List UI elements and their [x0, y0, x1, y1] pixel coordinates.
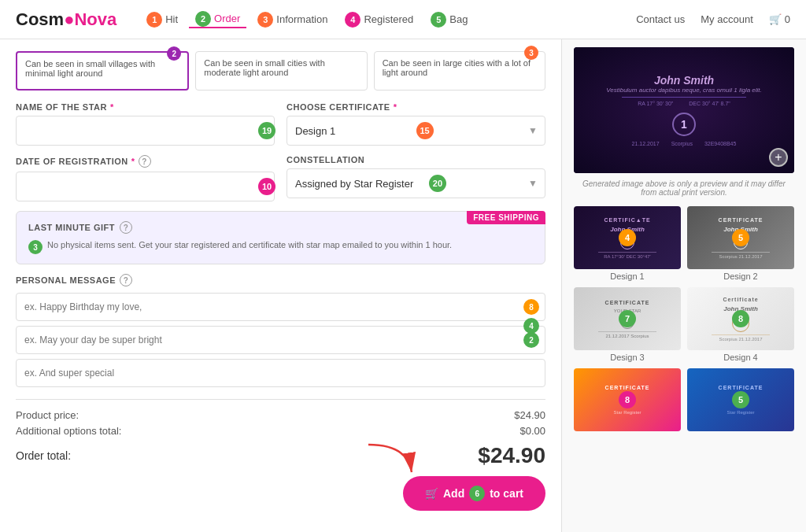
step-label-4: Registered: [364, 13, 413, 25]
msg-badge-1: 8: [523, 299, 539, 315]
preview-divider: [622, 97, 746, 98]
product-price-label: Product price:: [16, 409, 79, 421]
msg-input-2[interactable]: [16, 326, 545, 354]
step-badge-5: 5: [431, 12, 446, 28]
preview-name: John Smith: [606, 74, 762, 87]
constellation-select-wrapper: Assigned by Star Register ▼ 20: [287, 168, 545, 198]
product-price-row: Product price: $24.90: [16, 409, 545, 421]
cart-icon-btn: 🛒: [425, 487, 438, 500]
d5-details: Star Register: [613, 410, 641, 415]
design-3-label: Design 3: [574, 353, 681, 362]
certificate-label: CHOOSE CERTIFICATE *: [287, 102, 545, 112]
name-star-group: NAME OF THE STAR * 19: [16, 102, 275, 146]
gift-description: No physical items sent. Get your star re…: [47, 240, 452, 249]
d2-title: CERTIFICATE: [719, 217, 763, 223]
cart[interactable]: 🛒 0: [769, 13, 790, 25]
free-shipping-badge: FREE SHIPPING: [467, 211, 545, 224]
design-6-thumb: CERTIFICATE 5 Star Register 5: [687, 368, 794, 431]
design-1-thumb: CERTIFIC▲TE John Smith 4 RA 17°30' DEC 3…: [574, 206, 681, 269]
design-5-thumb: CERTIFICATE 8 Star Register 8: [574, 368, 681, 431]
product-price-value: $24.90: [514, 409, 545, 421]
step-bag[interactable]: 5 Bag: [424, 12, 474, 28]
vis-text-1: Can be seen in small villages with minim…: [25, 59, 155, 78]
vis-badge-1: 2: [167, 46, 181, 61]
design-5-badge: 8: [619, 391, 636, 408]
name-star-label: NAME OF THE STAR *: [16, 102, 275, 112]
step-badge-1: 1: [146, 12, 162, 28]
step-label-3: Information: [276, 13, 327, 25]
logo-dot: ●: [64, 9, 74, 30]
msg-badge-2b: 4: [523, 318, 539, 334]
preview-zoom-button[interactable]: +: [769, 148, 788, 167]
design-1-item[interactable]: CERTIFIC▲TE John Smith 4 RA 17°30' DEC 3…: [574, 206, 681, 281]
design-4-item[interactable]: Certificate John Smith ★ Scorpius 21.12.…: [687, 287, 794, 362]
main-container: 2 Can be seen in small villages with min…: [0, 39, 806, 532]
step-order[interactable]: 2 Order: [189, 11, 246, 28]
design-3-badge: 7: [619, 310, 636, 327]
visibility-box-1[interactable]: 2 Can be seen in small villages with min…: [16, 51, 189, 91]
visibility-box-2[interactable]: Can be seen in small cities with moderat…: [195, 51, 367, 91]
preview-circle: 1: [672, 113, 696, 136]
personal-msg-help-icon[interactable]: ?: [120, 274, 132, 286]
name-star-badge: 19: [258, 122, 275, 139]
design-4-thumb: Certificate John Smith ★ Scorpius 21.12.…: [687, 287, 794, 350]
d3-title: CERTIFICATE: [605, 300, 650, 305]
preview-subtitle: Vestibulum auctor dapibus neque, cras or…: [606, 87, 762, 94]
name-star-input[interactable]: [16, 116, 275, 146]
date-wrapper: 10: [16, 172, 275, 201]
preview-dec: DEC 30° 47' 8.7": [689, 101, 730, 106]
design-1-label: Design 1: [574, 272, 681, 281]
step-information[interactable]: 3 Information: [251, 12, 334, 28]
step-registered[interactable]: 4 Registered: [338, 12, 420, 28]
form-row-1: NAME OF THE STAR * 19 CHOOSE CERTIFICATE…: [16, 102, 545, 146]
d3-line: [598, 331, 656, 332]
vis-text-3: Can be seen in large cities with a lot o…: [383, 58, 531, 77]
certificate-group: CHOOSE CERTIFICATE * Design 1 Design 2 D…: [287, 102, 545, 146]
constellation-label: CONSTELLATION: [287, 155, 545, 164]
design-3-item[interactable]: CERTIFICATE YOUR STAR 7 21.12.2017 Scorp…: [574, 287, 681, 362]
header: Cosm●Nova 1 Hit 2 Order 3 Information 4 …: [0, 0, 806, 39]
design-5-item[interactable]: CERTIFICATE 8 Star Register 8: [574, 368, 681, 434]
gift-help-icon[interactable]: ?: [120, 221, 132, 234]
main-nav: 1 Hit 2 Order 3 Information 4 Registered…: [140, 11, 636, 28]
additional-label: Additional options total:: [16, 425, 121, 437]
nav-right: Contact us My account 🛒 0: [636, 13, 790, 25]
d6-title: CERTIFICATE: [719, 385, 763, 390]
visibility-boxes: 2 Can be seen in small villages with min…: [16, 51, 545, 91]
name-star-wrapper: 19: [16, 116, 275, 146]
msg-input-3[interactable]: [16, 359, 545, 387]
account-link[interactable]: My account: [701, 13, 752, 25]
preview-const: Scorpius: [671, 141, 693, 146]
d5-title: CERTIFICATE: [605, 385, 650, 390]
step-badge-3: 3: [257, 12, 273, 28]
design-6-item[interactable]: CERTIFICATE 5 Star Register 5: [687, 368, 794, 434]
design-6-badge: 5: [732, 391, 749, 408]
design-2-label: Design 2: [687, 272, 794, 281]
additional-price-row: Additional options total: $0.00: [16, 425, 545, 437]
last-minute-gift-box: FREE SHIPPING LAST MINUTE GIFT ? 3 No ph…: [16, 211, 545, 264]
d4-line: [712, 334, 770, 335]
step-hit[interactable]: 1 Hit: [140, 12, 184, 28]
date-input[interactable]: [16, 172, 275, 201]
constellation-select[interactable]: Assigned by Star Register: [287, 168, 545, 198]
cart-btn-badge: 6: [469, 486, 485, 501]
certificate-badge: 15: [416, 122, 434, 139]
add-to-cart-button[interactable]: 🛒 Add 6 to cart: [403, 476, 545, 511]
step-label-5: Bag: [449, 13, 468, 25]
visibility-box-3[interactable]: 3 Can be seen in large cities with a lot…: [374, 51, 545, 91]
form-section: 2 Can be seen in small villages with min…: [0, 39, 562, 532]
preview-id: 32E9408B45: [704, 141, 736, 146]
date-help-icon[interactable]: ?: [139, 155, 151, 168]
preview-section: John Smith Vestibulum auctor dapibus neq…: [562, 39, 806, 532]
required-star: *: [110, 102, 114, 112]
vis-badge-3: 3: [524, 46, 538, 60]
contact-link[interactable]: Contact us: [636, 13, 685, 25]
d4-title: Certificate: [723, 297, 758, 302]
design-2-item[interactable]: CERTIFICATE John Smith 5 Scorpius 21.12.…: [687, 206, 794, 281]
preview-coords: RA 17° 30' 30" DEC 30° 47' 8.7": [606, 101, 762, 106]
msg-input-1[interactable]: [16, 293, 545, 321]
msg-input-2-wrapper: 2 4: [16, 326, 545, 354]
d1-line: [598, 252, 656, 253]
step-badge-2: 2: [195, 11, 211, 27]
design-1-badge: 4: [619, 229, 636, 246]
